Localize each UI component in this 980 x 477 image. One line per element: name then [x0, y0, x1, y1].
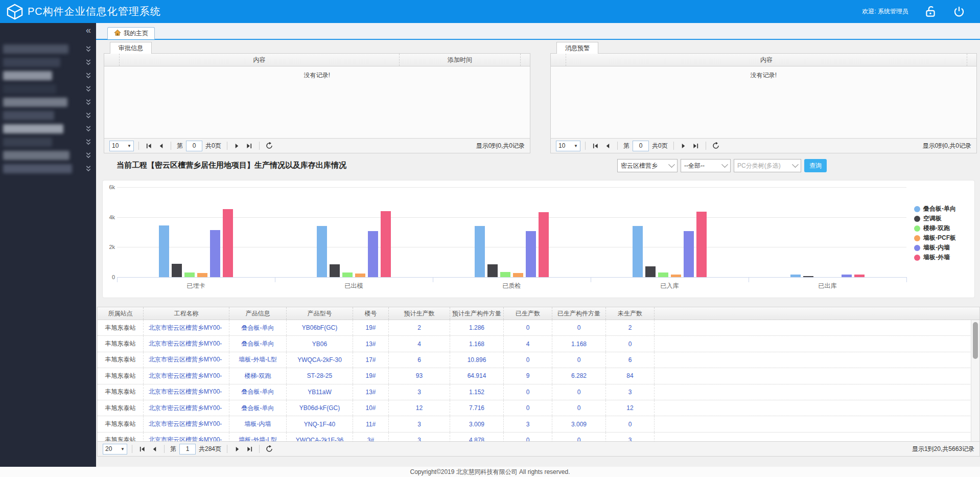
- page-number-input[interactable]: [633, 141, 649, 151]
- vertical-scrollbar[interactable]: [971, 320, 979, 441]
- sidebar-item[interactable]: [0, 135, 96, 149]
- prev-page-button[interactable]: [602, 141, 613, 151]
- sidebar-item[interactable]: [0, 122, 96, 135]
- table-row[interactable]: 丰旭东泰站北京市密云区檀营乡MY00-叠合板-单向YB11aW13#31.152…: [98, 384, 979, 400]
- page-number-input[interactable]: [179, 444, 196, 455]
- prev-page-button[interactable]: [149, 444, 159, 454]
- unlock-icon[interactable]: [924, 5, 937, 18]
- next-page-button[interactable]: [232, 444, 242, 454]
- page-size-select[interactable]: 10▼: [109, 141, 134, 151]
- legend-item[interactable]: 墙板-PCF板: [914, 233, 956, 243]
- next-page-button[interactable]: [679, 141, 689, 151]
- table-row[interactable]: 丰旭东泰站北京市密云区檀营乡MY00-墙板-外墙-L型YWQCA-2kF-301…: [98, 352, 979, 368]
- sidebar-item[interactable]: [0, 82, 96, 96]
- double-chevron-down-icon[interactable]: [85, 59, 91, 67]
- grid-cell: 1.286: [450, 320, 504, 335]
- grid-cell: 丰旭东泰站: [98, 320, 144, 335]
- first-page-button[interactable]: [590, 141, 600, 151]
- last-page-button[interactable]: [691, 141, 701, 151]
- double-chevron-down-icon[interactable]: [85, 139, 91, 147]
- sidebar-item[interactable]: [0, 69, 96, 82]
- table-row[interactable]: 丰旭东泰站北京市密云区檀营乡MY00-叠合板-单向YB06bF(GC)19#21…: [98, 320, 979, 336]
- pc-tree-select[interactable]: PC分类树(多选): [734, 159, 801, 172]
- chart-bar: [159, 225, 169, 277]
- double-chevron-down-icon[interactable]: [85, 99, 91, 107]
- grid-cell: 13#: [353, 336, 389, 351]
- grid-cell: 93: [389, 368, 450, 383]
- page-size-select[interactable]: 20▼: [103, 444, 127, 455]
- grid-cell: 叠合板-单向: [229, 336, 287, 351]
- next-page-button[interactable]: [232, 141, 242, 151]
- double-chevron-down-icon[interactable]: [85, 72, 91, 80]
- refresh-icon[interactable]: [264, 444, 274, 454]
- double-chevron-down-icon[interactable]: [85, 112, 91, 120]
- sidebar-item[interactable]: [0, 96, 96, 109]
- col-content[interactable]: 内容: [566, 54, 967, 66]
- col-add-time[interactable]: 添加时间: [400, 54, 521, 66]
- approval-panel-tab[interactable]: 审批信息: [110, 42, 152, 54]
- last-page-button[interactable]: [244, 141, 254, 151]
- double-chevron-down-icon[interactable]: [85, 85, 91, 94]
- sidebar-item[interactable]: [0, 109, 96, 122]
- header-spacer: [551, 54, 566, 66]
- grid-col-9[interactable]: 已生产构件方量: [552, 307, 606, 320]
- grid-cell: 墙板-外墙-L型: [229, 352, 287, 368]
- double-chevron-down-icon[interactable]: [85, 46, 91, 54]
- grid-col-4[interactable]: 产品型号: [287, 307, 353, 320]
- tab-my-home[interactable]: 我的主页: [107, 27, 155, 39]
- sidebar-item[interactable]: [0, 56, 96, 69]
- grid-cell: 19#: [353, 320, 389, 335]
- sidebar-item-label: [3, 84, 56, 94]
- warning-panel-tab[interactable]: 消息预警: [556, 42, 598, 54]
- double-chevron-down-icon[interactable]: [85, 152, 91, 160]
- chart-bar: [696, 212, 707, 277]
- refresh-icon[interactable]: [711, 141, 721, 151]
- scope-select[interactable]: --全部--: [681, 159, 731, 172]
- chart-bar: [172, 264, 182, 277]
- grid-col-8[interactable]: 已生产数: [504, 307, 552, 320]
- search-button[interactable]: 查询: [804, 159, 827, 172]
- prev-page-button[interactable]: [156, 141, 166, 151]
- power-icon[interactable]: [952, 5, 966, 18]
- project-select[interactable]: 密云区檀营乡: [617, 159, 678, 172]
- col-content[interactable]: 内容: [120, 54, 400, 66]
- sidebar-item[interactable]: [0, 42, 96, 56]
- table-row[interactable]: 丰旭东泰站北京市密云区檀营乡MY00-叠合板-单向YB06d-kF(GC)10#…: [98, 400, 979, 416]
- sidebar-item[interactable]: [0, 162, 96, 175]
- grid-col-1[interactable]: 所属站点: [98, 307, 144, 320]
- table-row[interactable]: 丰旭东泰站北京市密云区檀营乡MY00-墙板-外墙-L型YWQCA-2k1F-36…: [98, 433, 979, 441]
- first-page-button[interactable]: [137, 444, 147, 454]
- header-scroll-spacer: [521, 54, 530, 66]
- legend-item[interactable]: 墙板-外墙: [914, 253, 956, 262]
- page-number-input[interactable]: [186, 141, 202, 151]
- double-chevron-down-icon[interactable]: [85, 125, 91, 133]
- bar-group: [591, 187, 749, 277]
- table-row[interactable]: 丰旭东泰站北京市密云区檀营乡MY00-楼梯-双跑ST-28-2519#9364.…: [98, 368, 979, 384]
- first-page-button[interactable]: [144, 141, 154, 151]
- grid-col-7[interactable]: 预计生产构件方量: [450, 307, 504, 320]
- chart-bar: [197, 273, 207, 277]
- grid-col-3[interactable]: 产品信息: [229, 307, 287, 320]
- legend-item[interactable]: 叠合板-单向: [914, 204, 956, 214]
- chart-bar: [381, 211, 391, 277]
- refresh-icon[interactable]: [264, 141, 274, 151]
- chevron-down-icon: [668, 161, 675, 168]
- production-chart: 02k4k6k已埋卡已出模已质检已入库已出库叠合板-单向空调板楼梯-双跑墙板-P…: [102, 180, 975, 298]
- legend-item[interactable]: 墙板-内墙: [914, 243, 956, 253]
- grid-col-2[interactable]: 工程名称: [144, 307, 229, 320]
- total-pages-label: 共0页: [205, 142, 221, 150]
- last-page-button[interactable]: [244, 444, 254, 454]
- sidebar-item[interactable]: [0, 149, 96, 162]
- scrollbar-thumb[interactable]: [973, 322, 978, 359]
- grid-col-5[interactable]: 楼号: [353, 307, 389, 320]
- legend-item[interactable]: 空调板: [914, 214, 956, 223]
- table-row[interactable]: 丰旭东泰站北京市密云区檀营乡MY00-叠合板-单向YB0613#41.16841…: [98, 336, 979, 352]
- page-size-select[interactable]: 10▼: [556, 141, 580, 151]
- collapse-sidebar-icon[interactable]: «: [86, 25, 91, 36]
- grid-cell: YWQCA-2kF-30: [287, 352, 353, 368]
- grid-col-10[interactable]: 未生产数: [606, 307, 655, 320]
- grid-col-6[interactable]: 预计生产数: [389, 307, 450, 320]
- legend-item[interactable]: 楼梯-双跑: [914, 223, 956, 233]
- double-chevron-down-icon[interactable]: [85, 165, 91, 173]
- table-row[interactable]: 丰旭东泰站北京市密云区檀营乡MY00-墙板-内墙YNQ-1F-4011#33.0…: [98, 416, 979, 432]
